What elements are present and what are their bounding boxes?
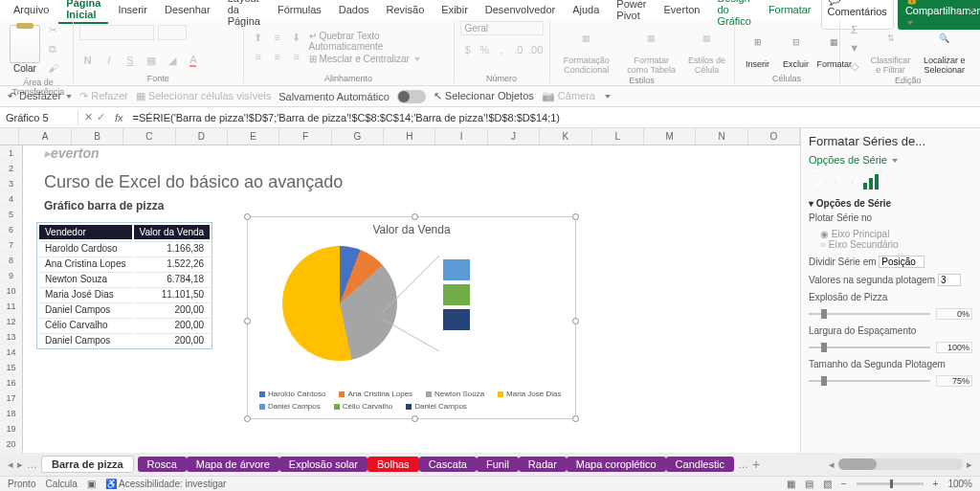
row-header[interactable]: 20 (0, 436, 23, 452)
copy-icon[interactable]: ⧉ (44, 40, 61, 57)
clear-icon[interactable]: ◇ (846, 57, 863, 75)
wrap-text-button[interactable]: ↵ Quebrar Texto Automaticamente (309, 31, 448, 52)
merge-center-button[interactable]: ⊞ Mesclar e Centralizar (309, 54, 448, 64)
close-pane-icon[interactable]: ✕ (967, 4, 976, 17)
decrease-decimal-icon[interactable]: .00 (528, 41, 544, 58)
tab-view[interactable]: Exibir (434, 2, 476, 17)
align-bottom-icon[interactable]: ⬇ (288, 29, 305, 46)
percent-icon[interactable]: % (477, 41, 492, 58)
row-header[interactable]: 4 (0, 191, 23, 207)
row-header[interactable]: 12 (0, 314, 23, 329)
legend-item[interactable]: Daniel Campos (406, 402, 467, 411)
paste-button[interactable]: Colar (10, 63, 40, 74)
col-header[interactable]: L (592, 128, 644, 145)
sheet-tab[interactable]: Explosão solar (279, 457, 368, 472)
comma-icon[interactable]: , (494, 41, 509, 58)
fill-icon[interactable]: ▼ (846, 39, 863, 56)
delete-cells-icon[interactable]: ⊟ (779, 25, 813, 59)
col-header[interactable]: C (123, 128, 175, 145)
row-header[interactable]: 8 (0, 253, 23, 268)
increase-decimal-icon[interactable]: .0 (511, 41, 526, 58)
row-header[interactable]: 17 (0, 391, 23, 406)
tab-formulas[interactable]: Fórmulas (270, 2, 329, 17)
zoom-slider[interactable] (857, 482, 924, 485)
select-all-corner[interactable] (0, 128, 19, 145)
font-size-select[interactable] (158, 25, 187, 40)
zoom-value[interactable]: 100% (947, 479, 972, 489)
hscroll-right[interactable]: ▸ (967, 458, 972, 471)
format-painter-icon[interactable]: 🖌 (44, 59, 61, 77)
sheet-tab[interactable]: Mapa de árvore (187, 457, 279, 472)
italic-icon[interactable]: I (100, 52, 118, 69)
sheet-tab[interactable]: Radar (519, 457, 567, 472)
legend-item[interactable]: Newton Souza (426, 390, 484, 398)
align-left-icon[interactable]: ≡ (250, 48, 267, 65)
col-header[interactable]: H (384, 128, 435, 145)
row-header[interactable]: 14 (0, 345, 23, 360)
second-size-value[interactable]: 75% (936, 375, 972, 387)
view-pagebreak-icon[interactable]: ▧ (823, 479, 832, 489)
row-header[interactable]: 10 (0, 283, 23, 299)
row-header[interactable]: 5 (0, 207, 23, 222)
gap-slider[interactable]: 100% (809, 342, 972, 353)
pane-options-icon[interactable]: ⌵ (954, 4, 961, 17)
tab-developer[interactable]: Desenvolvedor (478, 2, 563, 17)
sheet-tab[interactable]: Bolhas (368, 457, 419, 472)
row-header[interactable]: 6 (0, 222, 23, 237)
align-center-icon[interactable]: ≡ (269, 48, 286, 65)
col-header[interactable]: O (748, 128, 800, 145)
redo-button[interactable]: ↷ Refazer (79, 90, 128, 102)
tab-overflow-right[interactable]: … (738, 458, 748, 470)
table-row[interactable]: Daniel Campos200,00 (39, 302, 210, 316)
cancel-formula-icon[interactable]: ✕ (84, 111, 93, 123)
name-box[interactable]: Gráfico 5 (0, 110, 78, 125)
col-header[interactable]: D (176, 128, 228, 145)
zoom-in-icon[interactable]: + (933, 479, 939, 489)
table-row[interactable]: Maria José Dias11.101,50 (39, 287, 210, 301)
select-visible-button[interactable]: ▦ Selecionar células visíveis (136, 90, 271, 102)
find-select-icon[interactable]: 🔍 (927, 21, 962, 56)
row-header[interactable]: 15 (0, 360, 23, 375)
underline-icon[interactable]: S (122, 52, 139, 69)
font-family-select[interactable] (79, 25, 154, 40)
series-tab-icon[interactable] (862, 173, 880, 190)
accessibility-status[interactable]: ♿ Acessibilidade: investigar (105, 479, 227, 489)
align-middle-icon[interactable]: ≡ (269, 29, 286, 46)
tab-format[interactable]: Formatar (761, 2, 819, 17)
fill-tab-icon[interactable] (809, 173, 826, 190)
select-objects-button[interactable]: ↖ Selecionar Objetos (434, 90, 534, 102)
row-header[interactable]: 2 (0, 161, 23, 176)
sheet-tab[interactable]: Candlestic (666, 457, 734, 472)
sheet-tab[interactable]: Cascata (419, 457, 477, 472)
col-header[interactable]: F (279, 128, 331, 145)
gap-value[interactable]: 100% (936, 342, 972, 353)
tab-insert[interactable]: Inserir (110, 2, 155, 17)
tab-power-pivot[interactable]: Power Pivot (609, 0, 654, 23)
formula-input[interactable]: =SÉRIE('Barra de pizza'!$D$7;'Barra de p… (127, 110, 980, 125)
pie-chart[interactable] (282, 246, 397, 361)
sheet-tab[interactable]: Funil (477, 457, 519, 472)
col-header[interactable]: I (435, 128, 487, 145)
col-header[interactable]: M (644, 128, 696, 145)
number-format-select[interactable]: Geral (460, 21, 544, 35)
pane-subtitle[interactable]: Opções de Série (809, 154, 972, 166)
sort-filter-icon[interactable]: ⇅ (874, 21, 908, 56)
camera-button[interactable]: 📷 Câmera (542, 90, 595, 102)
row-header[interactable]: 16 (0, 375, 23, 391)
tab-draw[interactable]: Desenhar (157, 2, 218, 17)
align-top-icon[interactable]: ⬆ (250, 29, 267, 46)
second-plot-count[interactable] (938, 274, 961, 286)
tab-file[interactable]: Arquivo (6, 2, 56, 17)
second-size-slider[interactable]: 75% (809, 375, 972, 387)
paste-icon[interactable] (10, 25, 40, 63)
row-header[interactable]: 18 (0, 406, 23, 421)
table-row[interactable]: Ana Cristina Lopes1.522,26 (39, 257, 210, 270)
format-table-icon[interactable]: ▦ (635, 21, 669, 56)
chart-legend[interactable]: Haroldo CardosoAna Cristina LopesNewton … (259, 390, 564, 411)
col-header[interactable]: A (19, 128, 71, 145)
view-pagelayout-icon[interactable]: ▤ (805, 479, 813, 489)
tab-nav-next[interactable]: ▸ (17, 458, 23, 471)
row-header[interactable]: 7 (0, 237, 23, 253)
data-table[interactable]: VendedorValor da Venda Haroldo Cardoso1.… (36, 222, 212, 349)
explosion-value[interactable]: 0% (936, 308, 972, 320)
